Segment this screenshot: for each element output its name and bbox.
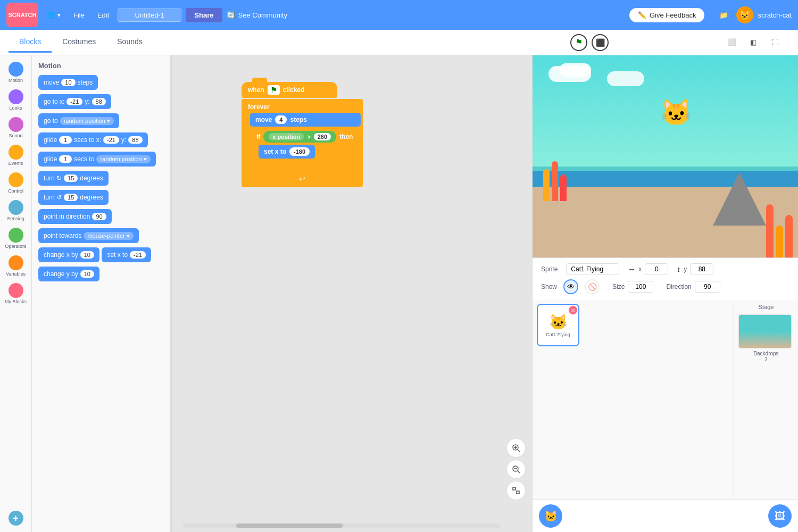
x-coord-label: x (638, 265, 642, 273)
pencil-icon: ✏️ (638, 11, 646, 19)
zoom-in-button[interactable] (506, 438, 526, 458)
sprite-card-cat1[interactable]: ✕ 🐱 Cat1 Flying (537, 304, 579, 346)
sprites-grid: ✕ 🐱 Cat1 Flying (537, 304, 729, 346)
scratch-logo[interactable]: scratch (6, 3, 38, 27)
stage-large-button[interactable]: ◧ (745, 34, 762, 51)
share-button[interactable]: Share (186, 8, 222, 22)
direction-label: Direction (666, 283, 691, 290)
green-flag-button[interactable]: ⚑ (570, 34, 587, 51)
block-change-y[interactable]: change y by 10 (38, 267, 99, 281)
sprite-card-name: Cat1 Flying (546, 332, 570, 337)
block-go-to-dropdown[interactable]: go to random position ▾ (38, 113, 119, 128)
avatar[interactable]: 🐱 (736, 6, 753, 23)
tab-sounds[interactable]: Sounds (106, 32, 153, 53)
y-coord-group: ↕ y (677, 263, 713, 275)
plant-6 (766, 204, 774, 257)
blocks-category-title: Motion (38, 62, 163, 70)
block-change-x[interactable]: change x by 10 (38, 247, 99, 262)
add-sprite-button[interactable]: 🐱 (539, 504, 562, 528)
block-point-direction[interactable]: point in direction 90 (38, 209, 112, 224)
condition-value[interactable]: 260 (314, 133, 331, 140)
block-turn-ccw[interactable]: turn ↺ 15 degrees (38, 190, 109, 205)
y-coord-label: y (684, 265, 687, 273)
condition-block[interactable]: x position > 260 (263, 131, 336, 143)
palette-item-sensing[interactable]: Sensing (2, 198, 29, 223)
size-input[interactable] (628, 281, 653, 293)
hat-block[interactable]: when ⚑ clicked (242, 82, 337, 98)
sprite-info-row: Sprite ↔ x ↕ y (541, 263, 789, 275)
stage-thumbnail[interactable] (738, 314, 792, 348)
sprite-name-input[interactable] (566, 263, 619, 275)
if-bottom-arm (252, 160, 359, 170)
palette-item-variables[interactable]: Variables (2, 253, 29, 279)
editor-canvas[interactable]: when ⚑ clicked forever move 4 steps (172, 55, 532, 532)
if-block[interactable]: if x position > 260 then (250, 128, 361, 172)
add-backdrop-button[interactable]: 🖼 (768, 504, 792, 528)
feedback-button[interactable]: ✏️ Give Feedback (629, 8, 704, 22)
forever-block[interactable]: forever move 4 steps if (242, 99, 363, 187)
canvas-controls (506, 438, 526, 500)
y-arrows-icon: ↕ (677, 265, 680, 273)
sprite-delete-button[interactable]: ✕ (569, 306, 577, 314)
y-coord-input[interactable] (690, 263, 713, 275)
palette-item-extensions[interactable]: + (2, 509, 29, 528)
block-set-x-neg180[interactable]: set x to -180 (259, 145, 315, 159)
show-button[interactable]: 👁 (563, 279, 578, 294)
palette-item-events[interactable]: Events (2, 143, 29, 168)
plant-3 (560, 174, 567, 201)
volcano (713, 172, 766, 226)
direction-group: Direction (666, 281, 720, 293)
stage-small-button[interactable]: ⬜ (724, 34, 741, 51)
palette-item-motion[interactable]: Motion (2, 60, 29, 85)
palette-item-sound[interactable]: Sound (2, 115, 29, 140)
block-set-x[interactable]: set x to -21 (102, 247, 151, 262)
nav-icons: 📁 🐱 scratch-cat (715, 6, 792, 23)
fit-button[interactable] (506, 481, 526, 500)
tab-costumes[interactable]: Costumes (52, 32, 106, 53)
size-group: Size (612, 281, 653, 293)
horizontal-scrollbar[interactable] (183, 523, 500, 528)
x-coord-input[interactable] (645, 263, 668, 275)
svg-rect-8 (517, 491, 519, 494)
block-go-to-xy[interactable]: go to x: -21 y: 88 (38, 94, 111, 109)
block-move-4[interactable]: move 4 steps (250, 113, 361, 127)
palette-item-looks[interactable]: Looks (2, 87, 29, 113)
username: scratch-cat (758, 11, 792, 19)
palette-item-control[interactable]: Control (2, 170, 29, 196)
sprite-label: Sprite (541, 265, 558, 273)
tab-blocks[interactable]: Blocks (9, 32, 52, 53)
globe-menu[interactable]: 🌐 ▾ (43, 9, 65, 21)
forever-bottom: ↩ (244, 172, 361, 185)
cat-sprite: 🐱 (660, 98, 692, 128)
stop-button[interactable]: ⬛ (592, 34, 609, 51)
sprite-controls: Sprite ↔ x ↕ y Show 👁 🚫 Size (533, 257, 798, 300)
file-menu[interactable]: File (69, 9, 89, 21)
right-panel: 🐱 Sprite ↔ x (532, 55, 798, 532)
show-label: Show (541, 283, 557, 290)
scratch-script[interactable]: when ⚑ clicked forever move 4 steps (242, 82, 363, 187)
sprites-list: ✕ 🐱 Cat1 Flying (533, 300, 734, 500)
flag-icon-block: ⚑ (268, 85, 280, 95)
block-move-steps[interactable]: move 10 steps (38, 75, 98, 90)
zoom-out-button[interactable] (506, 460, 526, 479)
block-palette: Motion Looks Sound Events Control Sensin… (0, 55, 32, 532)
hide-button[interactable]: 🚫 (585, 279, 600, 294)
block-glide-dropdown[interactable]: glide 1 secs to random position ▾ (38, 152, 156, 167)
sprites-stage-section: ✕ 🐱 Cat1 Flying Stage Backdrops 2 (533, 300, 798, 500)
x-position-label: x position (269, 133, 304, 140)
block-turn-cw[interactable]: turn ↻ 15 degrees (38, 171, 109, 186)
palette-item-myblocks[interactable]: My Blocks (2, 281, 29, 306)
fullscreen-button[interactable]: ⛶ (766, 34, 783, 51)
community-icon: 🔄 (227, 11, 235, 19)
edit-menu[interactable]: Edit (93, 9, 113, 21)
block-glide-xy[interactable]: glide 1 secs to x: -21 y: 88 (38, 132, 148, 147)
project-title[interactable]: Untitled-1 (118, 9, 181, 22)
palette-item-operators[interactable]: Operators (2, 226, 29, 251)
block-point-towards[interactable]: point towards mouse-pointer ▾ (38, 228, 139, 243)
blocks-panel: Motion move 10 steps go to x: -21 y: 88 … (32, 55, 170, 532)
direction-input[interactable] (695, 281, 720, 293)
community-button[interactable]: 🔄 See Community (227, 11, 287, 19)
folder-icon[interactable]: 📁 (715, 6, 732, 23)
plant-1 (543, 169, 550, 201)
plant-4 (785, 215, 793, 257)
